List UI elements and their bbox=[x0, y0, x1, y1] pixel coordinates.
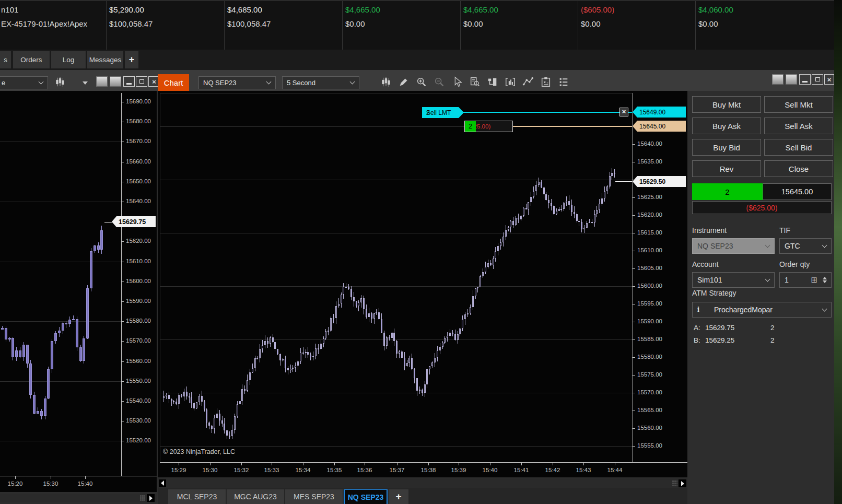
calculator-icon[interactable]: ⊞ bbox=[811, 275, 817, 285]
left-window-minimize-button[interactable] bbox=[123, 76, 135, 87]
left-window-maximize-button[interactable] bbox=[136, 76, 147, 87]
data-box-icon[interactable] bbox=[468, 76, 482, 88]
price-tick bbox=[121, 421, 124, 421]
tab-messages[interactable]: Messages bbox=[87, 51, 123, 68]
buy-ask-button[interactable]: Buy Ask bbox=[692, 118, 761, 134]
drawing-pencil-icon[interactable] bbox=[397, 76, 411, 88]
price-tick-label: 15620.00 bbox=[637, 212, 662, 218]
scroll-right-button[interactable] bbox=[679, 479, 686, 487]
spinner-up-icon[interactable] bbox=[823, 277, 827, 279]
candle-body bbox=[434, 358, 436, 362]
candle-body bbox=[452, 333, 453, 334]
price-tick bbox=[633, 268, 635, 269]
main-chart-scrollbar[interactable] bbox=[158, 478, 687, 488]
tif-dropdown[interactable]: GTC bbox=[779, 238, 832, 254]
price-tick-label: 15670.00 bbox=[126, 138, 151, 144]
info-icon[interactable]: i bbox=[697, 306, 699, 314]
cursor-icon[interactable] bbox=[450, 76, 464, 88]
tab-log[interactable]: Log bbox=[51, 51, 86, 68]
price-tick-label: 15680.00 bbox=[126, 118, 151, 124]
scroll-right-button[interactable] bbox=[147, 494, 155, 502]
indicators-icon[interactable] bbox=[521, 76, 535, 88]
spinner-down-icon[interactable] bbox=[823, 280, 827, 283]
main-window-gradient-button-1[interactable] bbox=[772, 74, 783, 85]
instrument-tab-mgc-aug23[interactable]: MGC AUG23 bbox=[227, 489, 284, 504]
main-window-maximize-button[interactable] bbox=[812, 74, 823, 85]
instrument-tab-mes-sep23[interactable]: MES SEP23 bbox=[285, 489, 343, 504]
candle-body bbox=[533, 191, 534, 197]
chart-template-icon[interactable] bbox=[539, 76, 553, 88]
left-window-gradient-button-1[interactable] bbox=[96, 76, 108, 87]
time-tick bbox=[303, 462, 303, 465]
instrument-tab-mcl-sep23[interactable]: MCL SEP23 bbox=[168, 489, 226, 504]
tab-orders[interactable]: Orders bbox=[13, 51, 50, 68]
bar-style-dropdown-arrow-icon[interactable] bbox=[83, 81, 88, 85]
time-tick bbox=[583, 462, 584, 465]
instrument-label: Instrument bbox=[692, 226, 727, 235]
scroll-left-button[interactable] bbox=[159, 479, 166, 487]
main-window-minimize-button[interactable] bbox=[799, 74, 811, 85]
buy-bid-button[interactable]: Buy Bid bbox=[692, 139, 761, 156]
interval-dropdown[interactable]: 5 Second bbox=[282, 76, 359, 89]
account-value-cell: $4,060.00 bbox=[698, 5, 733, 14]
candle-wick bbox=[306, 349, 306, 358]
candle-body bbox=[614, 173, 615, 174]
instrument-tab-nq-sep23[interactable]: NQ SEP23 bbox=[344, 489, 388, 504]
stop-order-line[interactable] bbox=[512, 126, 632, 127]
candle-body bbox=[444, 338, 446, 343]
left-window-gradient-button-2[interactable] bbox=[110, 76, 121, 87]
qty-spinner[interactable] bbox=[823, 277, 827, 283]
sell-ask-button[interactable]: Sell Ask bbox=[764, 118, 833, 134]
candle-body bbox=[287, 368, 289, 370]
price-tick bbox=[633, 357, 635, 358]
candle-body bbox=[373, 313, 375, 318]
stop-order-box[interactable]: ($625.00)2 bbox=[464, 121, 513, 132]
add-tab-button[interactable]: + bbox=[125, 51, 138, 68]
candle-body bbox=[609, 176, 611, 186]
price-tick-label: 15610.00 bbox=[637, 247, 662, 253]
chart-window-title-chip[interactable]: Chart bbox=[158, 74, 189, 91]
trader-instrument-dropdown[interactable]: NQ SEP23 bbox=[692, 238, 775, 254]
candle-body bbox=[5, 328, 7, 339]
price-gridline bbox=[0, 202, 121, 202]
instrument-dropdown[interactable]: NQ SEP23 bbox=[198, 76, 276, 89]
rev-button[interactable]: Rev bbox=[692, 160, 761, 177]
close-button[interactable]: Close bbox=[764, 160, 833, 177]
candlestick-icon[interactable] bbox=[379, 76, 393, 88]
time-tick-label: 15:39 bbox=[451, 467, 466, 473]
candle-body bbox=[19, 350, 21, 357]
chevron-down-icon bbox=[765, 276, 770, 282]
zoom-out-icon[interactable] bbox=[432, 76, 446, 88]
zoom-in-icon[interactable] bbox=[415, 76, 428, 88]
left-window-dropdown[interactable]: e bbox=[0, 76, 48, 89]
account-value-cell: $0.00 bbox=[698, 19, 718, 28]
left-chart-scrollbar[interactable] bbox=[0, 494, 157, 502]
chart-panel-icon[interactable] bbox=[486, 76, 499, 88]
workspace-tab-row: sOrdersLogMessages+ bbox=[0, 50, 834, 70]
time-tick bbox=[15, 476, 16, 479]
time-tick bbox=[459, 462, 459, 465]
cancel-order-button[interactable]: × bbox=[619, 108, 628, 116]
account-dropdown[interactable]: Sim101 bbox=[692, 272, 775, 288]
main-window-close-button[interactable]: × bbox=[824, 74, 834, 85]
scrollbar-grid-icon[interactable] bbox=[139, 495, 145, 501]
sell-limit-order-tag[interactable]: 2Sell LMT bbox=[422, 107, 464, 118]
sell-bid-button[interactable]: Sell Bid bbox=[764, 139, 833, 156]
price-tick-label: 15625.00 bbox=[637, 194, 662, 200]
sell-limit-order-line[interactable] bbox=[462, 112, 619, 113]
bar-style-icon[interactable] bbox=[53, 76, 67, 88]
order-qty-input[interactable]: 1 ⊞ bbox=[779, 272, 832, 288]
add-instrument-tab-button[interactable]: + bbox=[389, 489, 408, 504]
price-tick bbox=[121, 401, 124, 402]
properties-list-icon[interactable] bbox=[557, 76, 570, 88]
atm-strategy-dropdown[interactable]: i ProchargedMopar bbox=[692, 302, 832, 318]
bar-type-icon[interactable] bbox=[504, 76, 517, 88]
atm-level-qty: 2 bbox=[770, 324, 775, 332]
scrollbar-grid-icon[interactable] bbox=[672, 480, 677, 486]
candle-body bbox=[320, 344, 322, 349]
buy-mkt-button[interactable]: Buy Mkt bbox=[692, 96, 761, 113]
sell-mkt-button[interactable]: Sell Mkt bbox=[764, 96, 833, 113]
main-window-gradient-button-2[interactable] bbox=[786, 74, 797, 85]
time-tick bbox=[521, 462, 522, 465]
tab-s[interactable]: s bbox=[0, 51, 11, 68]
